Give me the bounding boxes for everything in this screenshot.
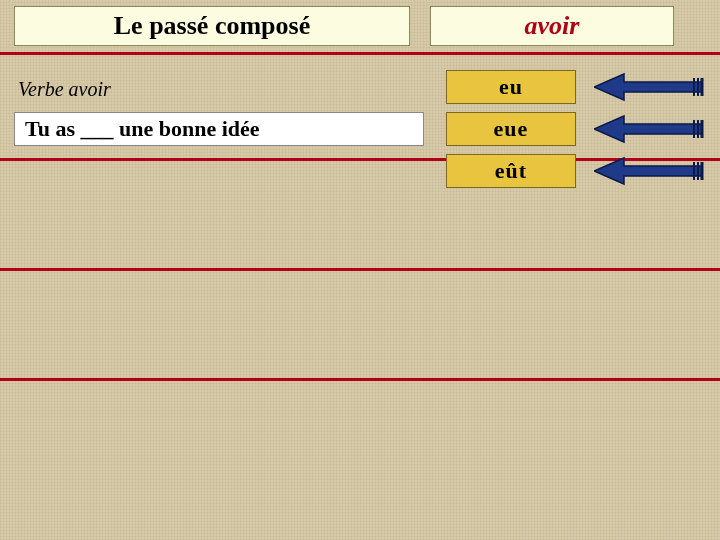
sentence-text: Tu as ___ une bonne idée [25, 116, 260, 142]
arrow-0[interactable] [594, 70, 706, 104]
arrow-left-icon [594, 72, 706, 102]
divider-2 [0, 268, 720, 271]
option-2[interactable]: eût [446, 154, 576, 188]
option-1[interactable]: eue [446, 112, 576, 146]
arrow-left-icon [594, 156, 706, 186]
svg-marker-8 [594, 158, 702, 184]
sentence-box: Tu as ___ une bonne idée [14, 112, 424, 146]
page-title: Le passé composé [114, 11, 310, 41]
page-title-box: Le passé composé [14, 6, 410, 46]
option-2-text: eût [495, 158, 527, 184]
option-1-text: eue [494, 116, 529, 142]
arrow-2[interactable] [594, 154, 706, 188]
option-0[interactable]: eu [446, 70, 576, 104]
svg-marker-4 [594, 116, 702, 142]
divider-0 [0, 52, 720, 55]
arrow-1[interactable] [594, 112, 706, 146]
verb-title: avoir [525, 11, 580, 41]
svg-marker-0 [594, 74, 702, 100]
arrow-left-icon [594, 114, 706, 144]
option-0-text: eu [499, 74, 523, 100]
verb-label: Verbe avoir [18, 78, 111, 101]
verb-title-box: avoir [430, 6, 674, 46]
divider-3 [0, 378, 720, 381]
